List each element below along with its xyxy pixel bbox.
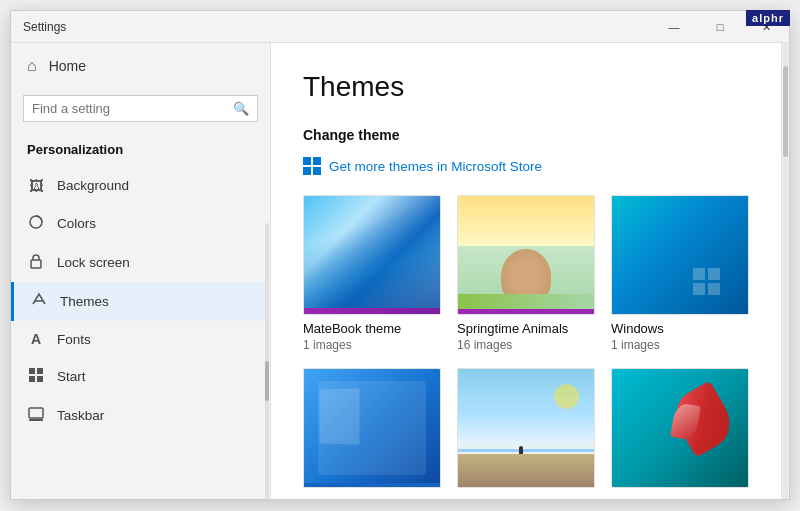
svg-rect-10 (313, 157, 321, 165)
sidebar-item-taskbar-label: Taskbar (57, 408, 104, 423)
page-title: Themes (303, 71, 749, 103)
sidebar-item-home[interactable]: ⌂ Home (11, 43, 270, 89)
fonts-icon: A (27, 331, 45, 347)
store-link-label: Get more themes in Microsoft Store (329, 159, 542, 174)
home-icon: ⌂ (27, 57, 37, 75)
theme-name-matebook: MateBook theme (303, 321, 441, 336)
theme-card-windows[interactable]: Windows 1 images (611, 195, 749, 352)
sidebar-item-fonts-label: Fonts (57, 332, 91, 347)
sidebar-item-start[interactable]: Start (11, 357, 270, 396)
theme-card-matebook[interactable]: MateBook theme 1 images (303, 195, 441, 352)
taskbar-icon (27, 406, 45, 425)
themes-icon (30, 292, 48, 311)
sidebar-item-themes-label: Themes (60, 294, 109, 309)
windows-logo (693, 268, 721, 296)
theme-thumbnail-matebook (303, 195, 441, 315)
svg-rect-11 (303, 167, 311, 175)
sidebar-section-title: Personalization (11, 134, 270, 167)
theme-thumbnail-red-flower (611, 368, 749, 488)
themes-grid: MateBook theme 1 images Springtime Anima… (303, 195, 749, 494)
settings-window: Settings — □ ✕ ⌂ Home 🔍 Personalization (10, 10, 790, 500)
search-input[interactable] (32, 101, 227, 116)
minimize-button[interactable]: — (651, 11, 697, 43)
theme-card-red-flower[interactable] (611, 368, 749, 494)
svg-rect-13 (693, 268, 705, 280)
store-link[interactable]: Get more themes in Microsoft Store (303, 157, 749, 175)
theme-card-springtime[interactable]: Springtime Animals 16 images (457, 195, 595, 352)
change-theme-title: Change theme (303, 127, 749, 143)
main-scrollbar[interactable] (781, 43, 789, 499)
sidebar-item-themes[interactable]: Themes (11, 282, 270, 321)
svg-rect-6 (37, 376, 43, 382)
window-title: Settings (23, 20, 66, 34)
svg-rect-8 (29, 419, 43, 421)
sidebar-item-colors[interactable]: Colors (11, 204, 270, 243)
search-icon: 🔍 (233, 101, 249, 116)
sidebar-item-taskbar[interactable]: Taskbar (11, 396, 270, 435)
sidebar-item-lock-label: Lock screen (57, 255, 130, 270)
sidebar-item-lock-screen[interactable]: Lock screen (11, 243, 270, 282)
titlebar: Settings — □ ✕ (11, 11, 789, 43)
theme-count-windows: 1 images (611, 338, 749, 352)
store-icon (303, 157, 321, 175)
search-box[interactable]: 🔍 (23, 95, 258, 122)
main-content: Themes Change theme Get more themes in M… (271, 43, 781, 499)
sidebar-item-background[interactable]: 🖼 Background (11, 167, 270, 204)
theme-name-windows: Windows (611, 321, 749, 336)
theme-thumbnail-springtime (457, 195, 595, 315)
svg-rect-16 (708, 283, 720, 295)
sidebar-item-fonts[interactable]: A Fonts (11, 321, 270, 357)
theme-thumbnail-beach (457, 368, 595, 488)
colors-icon (27, 214, 45, 233)
sidebar-item-background-label: Background (57, 178, 129, 193)
alphr-badge: alphr (746, 10, 790, 26)
theme-thumbnail-blue-abstract (303, 368, 441, 488)
theme-card-beach[interactable] (457, 368, 595, 494)
svg-rect-7 (29, 408, 43, 418)
svg-rect-1 (31, 260, 41, 268)
sidebar: ⌂ Home 🔍 Personalization 🖼 Background Co… (11, 43, 271, 499)
theme-count-springtime: 16 images (457, 338, 595, 352)
theme-thumbnail-windows (611, 195, 749, 315)
start-icon (27, 367, 45, 386)
svg-rect-9 (303, 157, 311, 165)
svg-rect-5 (29, 376, 35, 382)
sidebar-home-label: Home (49, 58, 86, 74)
sidebar-item-colors-label: Colors (57, 216, 96, 231)
background-icon: 🖼 (27, 177, 45, 194)
svg-rect-14 (708, 268, 720, 280)
svg-rect-3 (29, 368, 35, 374)
theme-card-blue-abstract[interactable] (303, 368, 441, 494)
content-area: ⌂ Home 🔍 Personalization 🖼 Background Co… (11, 43, 789, 499)
svg-rect-15 (693, 283, 705, 295)
lock-icon (27, 253, 45, 272)
theme-name-springtime: Springtime Animals (457, 321, 595, 336)
svg-rect-4 (37, 368, 43, 374)
sidebar-item-start-label: Start (57, 369, 86, 384)
maximize-button[interactable]: □ (697, 11, 743, 43)
svg-rect-12 (313, 167, 321, 175)
theme-count-matebook: 1 images (303, 338, 441, 352)
sidebar-scrollbar[interactable] (264, 223, 270, 499)
